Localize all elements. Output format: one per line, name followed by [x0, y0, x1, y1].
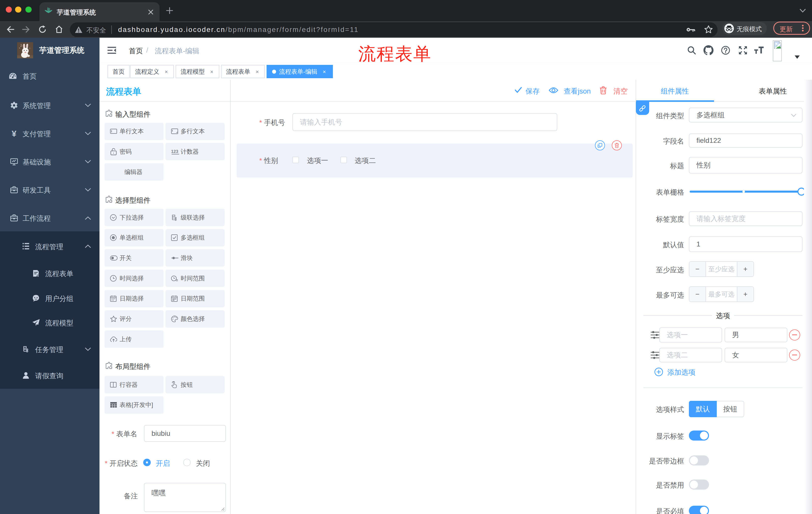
svg-text:123: 123 — [171, 149, 178, 154]
